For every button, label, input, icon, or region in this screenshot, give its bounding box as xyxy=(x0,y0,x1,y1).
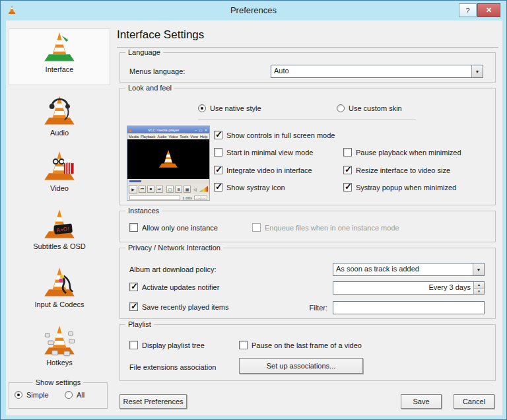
close-button[interactable]: ✕ xyxy=(477,3,500,17)
checkbox-label: Pause on the last frame of a video xyxy=(252,341,362,349)
sidebar-item-input-codecs[interactable]: Input & Codecs xyxy=(9,266,110,308)
checkbox-label: Show controls in full screen mode xyxy=(226,131,335,139)
radio-use-native-style[interactable]: Use native style xyxy=(198,104,261,112)
preview-menu-item: Media xyxy=(129,135,139,139)
select-value: Auto xyxy=(271,65,471,77)
checkbox-label: Integrate video in interface xyxy=(226,166,312,174)
radio-dot xyxy=(65,391,73,399)
spinner-buttons[interactable]: ▲ ▼ xyxy=(473,282,484,294)
checkbox-display-playlist-tree[interactable]: Display playlist tree xyxy=(129,341,205,349)
sidebar-item-hotkeys[interactable]: Hotkeys xyxy=(9,324,110,367)
preview-controls: ▶ ⏮ ■ ⏭ ▢ ≣ ▦ ◁ xyxy=(127,184,209,194)
sidebar-item-video[interactable]: Video xyxy=(9,150,110,192)
checkbox-integrate-video[interactable]: Integrate video in interface xyxy=(214,166,312,174)
chevron-down-icon[interactable]: ▼ xyxy=(473,263,484,275)
checkbox-resize-to-video[interactable]: Resize interface to video size xyxy=(343,166,450,174)
style-divider xyxy=(198,120,416,120)
radio-dot xyxy=(337,104,345,112)
sidebar-item-label: Audio xyxy=(9,129,110,137)
spin-down-icon[interactable]: ▼ xyxy=(474,289,484,295)
input-codecs-icon xyxy=(41,266,78,299)
checkbox-label: Save recently played items xyxy=(142,303,228,311)
checkbox-systray-popup[interactable]: Systray popup when minimized xyxy=(343,183,456,192)
reset-preferences-button[interactable]: Reset Preferences xyxy=(119,394,187,409)
checkbox-box xyxy=(343,166,352,174)
sidebar-item-interface[interactable]: Interface xyxy=(9,31,110,73)
chevron-down-icon[interactable]: ▼ xyxy=(471,65,483,77)
radio-dot xyxy=(198,104,206,112)
radio-use-custom-skin[interactable]: Use custom skin xyxy=(337,104,402,112)
preview-seek-progress xyxy=(129,180,141,182)
radio-settings-simple[interactable]: Simple xyxy=(15,391,49,399)
preview-status-field xyxy=(129,195,180,200)
preview-time-field: -:--/-:-- xyxy=(194,195,207,200)
checkbox-box xyxy=(214,131,222,139)
checkbox-label: Show systray icon xyxy=(226,184,285,192)
checkbox-show-controls-fullscreen[interactable]: Show controls in full screen mode xyxy=(214,131,335,139)
checkbox-box xyxy=(129,341,138,349)
preview-stop-icon: ■ xyxy=(147,186,154,193)
help-button[interactable]: ? xyxy=(459,3,477,17)
language-legend: Language xyxy=(125,48,163,56)
preview-window-buttons: ‒ ▢ ✕ xyxy=(195,128,208,132)
preview-playlist-icon: ≣ xyxy=(175,186,182,193)
sidebar-item-subtitles[interactable]: A»O! Subtitles & OSD xyxy=(9,208,110,250)
preview-menubar: Media Playback Audio Video Tools View He… xyxy=(127,133,209,139)
preview-menu-item: Playback xyxy=(141,135,155,139)
checkbox-save-recent[interactable]: Save recently played items xyxy=(129,302,228,311)
preview-menu-item: View xyxy=(190,135,198,139)
save-button[interactable]: Save xyxy=(401,394,442,409)
album-art-select[interactable]: As soon as track is added ▼ xyxy=(333,263,485,276)
radio-label: All xyxy=(77,391,84,399)
preview-rate: 1.00x xyxy=(182,196,192,200)
preview-titlebar: VLC media player ‒ ▢ ✕ xyxy=(127,126,209,133)
checkbox-label: Systray popup when minimized xyxy=(356,184,456,192)
privacy-legend: Privacy / Network Interaction xyxy=(125,244,223,252)
preview-fullscreen-icon: ▢ xyxy=(166,186,174,193)
look-and-feel-legend: Look and feel xyxy=(125,84,174,92)
filter-input[interactable] xyxy=(333,301,485,314)
checkbox-label: Pause playback when minimized xyxy=(356,149,461,157)
privacy-group: Privacy / Network Interaction Album art … xyxy=(119,248,496,319)
hotkeys-icon xyxy=(41,324,78,357)
titlebar[interactable]: Preferences ? ✕ xyxy=(1,1,506,20)
filter-label: Filter: xyxy=(298,304,327,312)
playlist-legend: Playlist xyxy=(125,320,154,328)
preview-cone-icon xyxy=(157,146,180,172)
checkbox-show-systray[interactable]: Show systray icon xyxy=(214,183,285,192)
album-art-label: Album art download policy: xyxy=(129,265,216,273)
cancel-button[interactable]: Cancel xyxy=(454,394,494,409)
language-group: Language Menus language: Auto ▼ xyxy=(119,52,496,83)
updates-interval-spinbox[interactable]: Every 3 days ▲ ▼ xyxy=(333,281,485,295)
audio-icon xyxy=(41,94,78,127)
checkbox-pause-when-minimized[interactable]: Pause playback when minimized xyxy=(343,148,461,157)
checkbox-label: Display playlist tree xyxy=(142,341,205,349)
checkbox-box xyxy=(214,166,222,174)
preview-prev-icon: ⏮ xyxy=(139,186,146,193)
preview-menu-item: Video xyxy=(168,135,178,139)
radio-settings-all[interactable]: All xyxy=(65,391,84,399)
look-and-feel-group: Look and feel Use native style Use custo… xyxy=(119,88,496,205)
sidebar-item-label: Video xyxy=(9,184,110,192)
preview-volume-slider xyxy=(199,186,208,192)
checkbox-activate-updates[interactable]: Activate updates notifier xyxy=(129,283,219,291)
setup-associations-button[interactable]: Set up associations... xyxy=(239,358,363,374)
title-divider xyxy=(117,47,498,48)
instances-group: Instances Allow only one instance Enqueu… xyxy=(119,211,496,242)
checkbox-pause-last-frame[interactable]: Pause on the last frame of a video xyxy=(239,341,362,349)
preview-speaker-icon: ◁ xyxy=(193,187,197,192)
menus-language-select[interactable]: Auto ▼ xyxy=(271,65,483,78)
show-settings-group: Show settings Simple All xyxy=(9,382,108,409)
preview-menu-item: Audio xyxy=(157,135,166,139)
checkbox-allow-one-instance[interactable]: Allow only one instance xyxy=(129,223,218,232)
checkbox-start-minimal-view[interactable]: Start in minimal view mode xyxy=(214,148,313,157)
checkbox-box xyxy=(252,223,261,232)
checkbox-box xyxy=(129,223,138,232)
spin-up-icon[interactable]: ▲ xyxy=(474,282,484,289)
sidebar-item-label: Input & Codecs xyxy=(9,300,110,308)
checkbox-box xyxy=(214,183,222,192)
page-title: Interface Settings xyxy=(117,28,204,42)
instances-legend: Instances xyxy=(125,207,162,215)
checkbox-label: Enqueue files when in one instance mode xyxy=(265,224,399,232)
sidebar-item-audio[interactable]: Audio xyxy=(9,94,110,137)
